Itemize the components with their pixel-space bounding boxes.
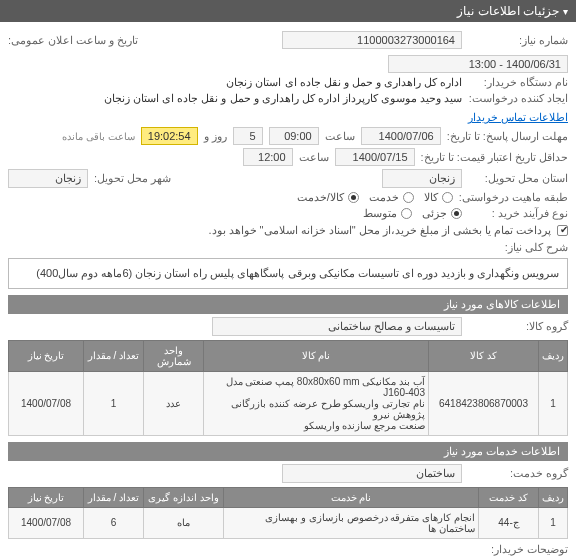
cell-qty: 6 xyxy=(84,507,144,538)
process-partial[interactable]: جزئی xyxy=(422,207,462,220)
deadline-time: 09:00 xyxy=(269,127,319,145)
col-idx: ردیف xyxy=(539,487,568,507)
col-name: نام خدمت xyxy=(224,487,479,507)
process-label: نوع فرآیند خرید : xyxy=(468,207,568,220)
validity-time-label: ساعت xyxy=(299,151,329,164)
cell-idx: 1 xyxy=(539,371,568,435)
requester-value: سید وحید موسوی کارپرداز اداره کل راهداری… xyxy=(104,92,462,105)
table-header-row: ردیف کد خدمت نام خدمت واحد اندازه گیری ت… xyxy=(9,487,568,507)
cell-qty: 1 xyxy=(84,371,144,435)
buyer-org-value: اداره کل راهداری و حمل و نقل جاده ای است… xyxy=(226,76,462,89)
payment-note: پرداخت تمام یا بخشی از مبلغ خرید،از محل … xyxy=(208,224,551,237)
goods-group-label: گروه کالا: xyxy=(468,320,568,333)
buyer-org-label: نام دستگاه خریدار: xyxy=(468,76,568,89)
validity-time: 12:00 xyxy=(243,148,293,166)
remaining-days: 5 xyxy=(233,127,263,145)
announce-value: 1400/06/31 - 13:00 xyxy=(388,55,568,73)
nature-service[interactable]: خدمت xyxy=(369,191,414,204)
buyer-contact-link[interactable]: اطلاعات تماس خریدار xyxy=(468,111,568,124)
col-unit: واحد اندازه گیری xyxy=(144,487,224,507)
delivery-province: زنجان xyxy=(382,169,462,188)
cell-unit: ماه xyxy=(144,507,224,538)
col-qty: تعداد / مقدار xyxy=(84,340,144,371)
remaining-time: 19:02:54 xyxy=(141,127,198,145)
process-medium[interactable]: متوسط xyxy=(363,207,412,220)
radio-icon xyxy=(348,192,359,203)
nature-goods-service[interactable]: کالا/خدمت xyxy=(297,191,359,204)
radio-icon xyxy=(401,208,412,219)
announce-label: تاریخ و ساعت اعلان عمومی: xyxy=(8,34,138,47)
cell-name: انجام کارهای متفرقه درخصوص بازسازی و بهس… xyxy=(224,507,479,538)
goods-table: ردیف کد کالا نام کالا واحد شمارش تعداد /… xyxy=(8,340,568,436)
col-code: کد کالا xyxy=(429,340,539,371)
process-options: جزئی متوسط xyxy=(363,207,462,220)
requester-label: ایجاد کننده درخواست: xyxy=(468,92,568,105)
header-title: جزئیات اطلاعات نیاز xyxy=(457,4,559,18)
services-group-value: ساختمان xyxy=(282,464,462,483)
deadline-label: مهلت ارسال پاسخ: تا تاریخ: xyxy=(447,130,568,143)
services-section-title: اطلاعات خدمات مورد نیاز xyxy=(8,442,568,461)
cell-code: ج-44 xyxy=(479,507,539,538)
remaining-suffix: ساعت باقی مانده xyxy=(62,131,135,142)
summary-box: سرویس ونگهداری و بازدید دوره ای تاسیسات … xyxy=(8,258,568,289)
col-code: کد خدمت xyxy=(479,487,539,507)
services-group-label: گروه خدمت: xyxy=(468,467,568,480)
table-header-row: ردیف کد کالا نام کالا واحد شمارش تعداد /… xyxy=(9,340,568,371)
cell-code: 6418423806870003 xyxy=(429,371,539,435)
cell-date: 1400/07/08 xyxy=(9,507,84,538)
form-area: شماره نیاز: 1100003273000164 تاریخ و ساع… xyxy=(0,22,576,557)
summary-label: شرح کلی نیاز: xyxy=(468,241,568,254)
radio-icon xyxy=(451,208,462,219)
delivery-province-label: استان محل تحویل: xyxy=(468,172,568,185)
nature-goods[interactable]: کالا xyxy=(424,191,453,204)
table-row: 1 6418423806870003 آب بند مکانیکی 80x80x… xyxy=(9,371,568,435)
need-number-label: شماره نیاز: xyxy=(468,34,568,47)
col-name: نام کالا xyxy=(204,340,429,371)
radio-icon xyxy=(442,192,453,203)
nature-label: طبقه ماهیت درخواستی: xyxy=(459,191,568,204)
validity-label: حداقل تاریخ اعتبار قیمت: تا تاریخ: xyxy=(421,151,568,164)
remaining-days-label: روز و xyxy=(204,130,227,143)
validity-date: 1400/07/15 xyxy=(335,148,415,166)
col-unit: واحد شمارش xyxy=(144,340,204,371)
deadline-time-label: ساعت xyxy=(325,130,355,143)
goods-section-title: اطلاعات کالاهای مورد نیاز xyxy=(8,295,568,314)
checkbox-icon[interactable] xyxy=(557,225,568,236)
nature-options: کالا خدمت کالا/خدمت xyxy=(297,191,453,204)
need-number-value: 1100003273000164 xyxy=(282,31,462,49)
goods-group-value: تاسیسات و مصالح ساختمانی xyxy=(212,317,462,336)
col-idx: ردیف xyxy=(539,340,568,371)
table-row: 1 ج-44 انجام کارهای متفرقه درخصوص بازساز… xyxy=(9,507,568,538)
radio-icon xyxy=(403,192,414,203)
buyer-notes-label: توضیحات خریدار: xyxy=(468,543,568,556)
delivery-city-label: شهر محل تحویل: xyxy=(94,172,171,185)
section-header: ▾ جزئیات اطلاعات نیاز xyxy=(0,0,576,22)
chevron-down-icon: ▾ xyxy=(563,6,568,17)
cell-date: 1400/07/08 xyxy=(9,371,84,435)
cell-name: آب بند مکانیکی 80x80x60 mm پمپ صنعتی مدل… xyxy=(204,371,429,435)
cell-unit: عدد xyxy=(144,371,204,435)
services-table: ردیف کد خدمت نام خدمت واحد اندازه گیری ت… xyxy=(8,487,568,539)
cell-idx: 1 xyxy=(539,507,568,538)
col-date: تاریخ نیاز xyxy=(9,487,84,507)
deadline-date: 1400/07/06 xyxy=(361,127,441,145)
col-qty: تعداد / مقدار xyxy=(84,487,144,507)
delivery-city: زنجان xyxy=(8,169,88,188)
col-date: تاریخ نیاز xyxy=(9,340,84,371)
